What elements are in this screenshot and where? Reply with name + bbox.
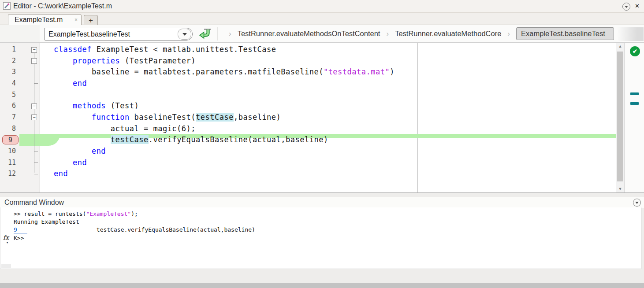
command-window-header: [0, 197, 644, 208]
code-token: [54, 113, 92, 122]
editor-split-divider[interactable]: [417, 43, 418, 192]
fold-connector-line: [34, 53, 34, 173]
code-line[interactable]: testCase.verifyEqualsBaseline(actual,bas…: [54, 134, 328, 146]
line-number[interactable]: 3: [0, 66, 16, 78]
code-token: [54, 135, 111, 144]
code-token: .verifyEqualsBaseline(actual,baseline): [149, 135, 328, 144]
tab-bar: ExampleTest.m × +: [0, 13, 644, 25]
code-token: end: [73, 158, 87, 167]
code-line[interactable]: properties (TestParameter): [54, 55, 196, 67]
code-token: classdef: [54, 45, 92, 54]
triangle-glyph: [625, 6, 628, 8]
tab-close-icon[interactable]: ×: [74, 17, 78, 23]
line-number[interactable]: 8: [0, 123, 16, 135]
close-icon[interactable]: ✕: [635, 3, 640, 10]
code-token: [54, 147, 92, 155]
code-token: );: [131, 210, 138, 217]
code-token: end: [54, 169, 68, 178]
breadcrumb-fade: [617, 27, 644, 41]
editor-pencil-icon: [3, 2, 11, 10]
line-number[interactable]: 12: [0, 168, 16, 180]
code-line[interactable]: function baselineTest(testCase,baseline): [54, 112, 281, 123]
line-number[interactable]: 7: [0, 112, 16, 123]
toolbar-separator: [217, 27, 218, 41]
code-token: testCase.verifyEqualsBaseline(actual,bas…: [27, 226, 255, 233]
code-line[interactable]: classdef ExampleTest < matlab.unittest.T…: [54, 44, 276, 55]
toolbar-left-spacer: [0, 25, 40, 42]
code-token: ,baseline): [234, 113, 281, 122]
fold-corner-tick: [34, 151, 38, 151]
code-token: actual = magic(6);: [54, 124, 196, 133]
code-token: [54, 101, 73, 110]
code-line[interactable]: baseline = matlabtest.parameters.matfile…: [54, 66, 395, 78]
code-token: methods: [73, 101, 106, 110]
triangle-glyph: [635, 202, 639, 204]
code-token: (Test): [106, 101, 139, 110]
command-window-title: Command Window: [4, 197, 64, 208]
code-token: >> result = runtests(: [14, 210, 86, 217]
line-number[interactable]: 10: [0, 146, 16, 157]
line-number[interactable]: 11: [0, 157, 16, 169]
variable-usage-mark[interactable]: [630, 92, 639, 95]
fold-corner-tick: [34, 162, 38, 163]
command-window-content[interactable]: >> result = runtests("ExampleTest");Runn…: [0, 207, 641, 269]
chevron-right-icon: ›: [229, 30, 231, 38]
code-line[interactable]: actual = magic(6);: [54, 123, 196, 135]
code-token: end: [73, 79, 87, 88]
scroll-down-icon[interactable]: ▼: [616, 187, 624, 191]
code-editor[interactable]: 1−2−3456−7−89101112 classdef ExampleTest…: [0, 43, 644, 193]
tab-exampletest[interactable]: ExampleTest.m ×: [8, 14, 82, 25]
run-to-here-button[interactable]: [198, 26, 213, 41]
code-token: [54, 56, 73, 65]
fx-caret-icon: ▾: [7, 240, 8, 246]
new-tab-button[interactable]: +: [84, 15, 98, 26]
code-token: testCase: [111, 135, 149, 144]
variable-usage-mark[interactable]: [630, 102, 639, 105]
scroll-up-icon[interactable]: ▲: [616, 44, 624, 48]
line-number[interactable]: 2: [0, 55, 16, 67]
code-line[interactable]: methods (Test): [54, 100, 139, 112]
code-line[interactable]: end: [54, 157, 87, 169]
code-ok-check-icon[interactable]: ✔: [630, 46, 640, 56]
fold-toggle-icon[interactable]: −: [31, 114, 37, 120]
code-token: "ExampleTest": [86, 210, 131, 217]
line-number[interactable]: 5: [0, 89, 16, 101]
error-line-link[interactable]: 9: [14, 226, 27, 233]
line-number[interactable]: 1: [0, 44, 16, 55]
command-window-dock-menu-icon[interactable]: [633, 199, 641, 207]
code-line[interactable]: end: [54, 168, 68, 180]
current-line-number-badge[interactable]: 9: [2, 135, 19, 144]
line-number[interactable]: 6: [0, 100, 16, 112]
run-arrow-icon: [199, 27, 212, 41]
line-number[interactable]: 4: [0, 78, 16, 89]
command-window-line: 9 testCase.verifyEqualsBaseline(actual,b…: [14, 226, 255, 234]
fold-toggle-icon[interactable]: −: [31, 47, 37, 53]
code-token: ): [390, 67, 395, 76]
code-token: properties: [73, 56, 120, 65]
code-line[interactable]: end: [54, 146, 106, 157]
dock-menu-icon[interactable]: [622, 3, 630, 11]
code-token: [54, 158, 73, 167]
fold-corner-tick: [34, 174, 38, 174]
breadcrumb-item-1[interactable]: TestRunner.evaluateMethodsOnTestContent: [238, 30, 380, 38]
code-token: baselineTest(: [130, 113, 196, 122]
code-token: "testdata.mat": [324, 67, 390, 76]
breadcrumb-item-2[interactable]: TestRunner.evaluateMethodCore: [395, 30, 501, 38]
fold-toggle-icon[interactable]: −: [31, 58, 37, 64]
code-line[interactable]: end: [54, 78, 87, 89]
code-token: [54, 79, 73, 88]
function-select[interactable]: ExampleTest.baselineTest: [44, 28, 193, 41]
command-window-line: >> result = runtests("ExampleTest");: [14, 210, 138, 218]
fold-toggle-icon[interactable]: −: [31, 103, 37, 109]
function-select-dropdown-button[interactable]: [178, 29, 191, 40]
scrollbar-thumb[interactable]: [617, 52, 623, 181]
command-window-line: K>>: [14, 234, 24, 242]
function-hints-fx-icon[interactable]: fx▾: [3, 234, 9, 240]
breadcrumb-item-current[interactable]: ExampleTest.baselineTest: [516, 27, 614, 40]
bottom-strip: [0, 283, 644, 288]
code-token: ExampleTest < matlab.unittest.TestCase: [92, 45, 276, 54]
editor-scrollbar[interactable]: ▲ ▼: [616, 43, 624, 192]
function-select-value: ExampleTest.baselineTest: [45, 30, 177, 38]
code-token: testCase: [196, 113, 234, 122]
command-window-corner: [1, 264, 11, 268]
